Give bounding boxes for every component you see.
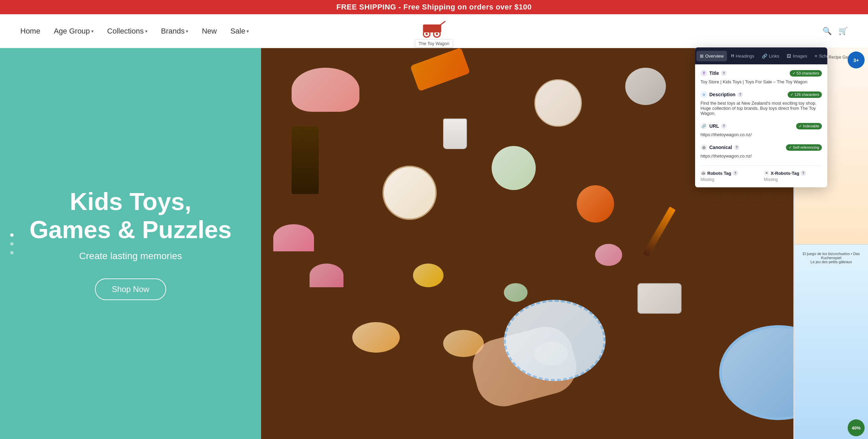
seo-description-row: ≡ Description ? ✓ 126 characters Find th… bbox=[701, 91, 822, 117]
nav-age-group[interactable]: Age Group ▾ bbox=[54, 27, 94, 36]
nav-collections[interactable]: Collections ▾ bbox=[107, 27, 147, 36]
nav-brands[interactable]: Brands ▾ bbox=[161, 27, 189, 36]
headings-icon: H bbox=[731, 54, 734, 58]
right-panel-label: El juego de los bizcochuelos • Das Kuche… bbox=[794, 245, 868, 271]
canonical-icon: ◎ bbox=[701, 144, 707, 151]
robots-icon: 🤖 bbox=[701, 170, 706, 176]
shop-now-button[interactable]: Shop Now bbox=[95, 278, 166, 300]
wagon-svg bbox=[417, 14, 451, 38]
tab-links[interactable]: 🔗 Links bbox=[758, 51, 783, 61]
url-badge: ✓ Indexable bbox=[796, 123, 822, 129]
item-bowl bbox=[534, 79, 582, 127]
desc-icon: ≡ bbox=[701, 91, 707, 98]
seo-url-row: 🔗 URL ? ✓ Indexable https://thetoywagon.… bbox=[701, 123, 822, 138]
robots-value: Missing bbox=[701, 177, 758, 182]
seo-title-header: T Title ? ✓ 53 characters bbox=[701, 70, 822, 77]
canonical-info-btn[interactable]: ? bbox=[734, 145, 739, 150]
title-value: Toy Store | Kids Toys | Toys For Sale – … bbox=[701, 79, 822, 85]
tab-schema-label: Schema bbox=[819, 54, 827, 59]
site-logo[interactable]: The Toy Wagon bbox=[415, 14, 453, 48]
top-banner: FREE SHIPPING - Free Shipping on orders … bbox=[0, 0, 868, 14]
item-orange-round bbox=[577, 185, 614, 223]
canonical-value: https://thetoywagon.co.nz/ bbox=[701, 153, 822, 159]
seo-bottom-row: 🤖 Robots Tag ? Missing ✕ X-Robots-Tag ? … bbox=[701, 170, 822, 182]
carousel-dot-1[interactable] bbox=[10, 233, 14, 237]
seo-desc-header: ≡ Description ? ✓ 126 characters bbox=[701, 91, 822, 98]
item-muffin-tin bbox=[637, 283, 682, 314]
tab-images[interactable]: 🖼 Images bbox=[783, 51, 811, 61]
images-icon: 🖼 bbox=[787, 54, 791, 59]
tab-schema[interactable]: ≡ Schema bbox=[811, 51, 827, 61]
navigation: Home Age Group ▾ Collections ▾ Brands ▾ … bbox=[0, 14, 868, 48]
url-info-btn[interactable]: ? bbox=[721, 123, 727, 129]
nav-left: Home Age Group ▾ Collections ▾ Brands ▾ … bbox=[20, 27, 249, 36]
seo-canonical-header: ◎ Canonical ? ✓ Self-referencing bbox=[701, 144, 822, 151]
overview-icon: ⊞ bbox=[700, 54, 704, 59]
title-icon: T bbox=[701, 70, 707, 77]
age-badge: 3+ bbox=[848, 51, 865, 68]
x-robots-tag-section: ✕ X-Robots-Tag ? Missing bbox=[764, 170, 822, 182]
item-shell bbox=[382, 166, 437, 220]
item-bottle bbox=[292, 126, 319, 194]
item-cupcake-liner bbox=[273, 224, 314, 251]
schema-icon: ≡ bbox=[815, 54, 817, 59]
search-icon[interactable]: 🔍 bbox=[823, 27, 832, 36]
hero-subtitle: Create lasting memories bbox=[79, 251, 182, 262]
tab-images-label: Images bbox=[793, 54, 807, 59]
carousel-dot-3[interactable] bbox=[10, 251, 14, 254]
item-small-2 bbox=[504, 283, 528, 302]
chevron-down-icon: ▾ bbox=[145, 28, 147, 34]
seo-url-header: 🔗 URL ? ✓ Indexable bbox=[701, 123, 822, 129]
item-cup bbox=[443, 119, 467, 149]
chevron-down-icon: ▾ bbox=[186, 28, 188, 34]
seo-panel-header: ⊞ Overview H Headings 🔗 Links 🖼 Images ≡… bbox=[695, 47, 827, 64]
banner-bold: FREE SHIPPING bbox=[336, 3, 396, 11]
seo-desc-label: ≡ Description ? bbox=[701, 91, 743, 98]
item-cupcake-liner-2 bbox=[310, 264, 343, 287]
seo-panel: ⊞ Overview H Headings 🔗 Links 🖼 Images ≡… bbox=[695, 47, 827, 187]
seo-canonical-label: ◎ Canonical ? bbox=[701, 144, 739, 151]
item-spatula bbox=[643, 207, 675, 257]
robots-tag-label: 🤖 Robots Tag ? bbox=[701, 170, 758, 176]
svg-point-5 bbox=[436, 33, 438, 35]
title-info-btn[interactable]: ? bbox=[721, 70, 727, 76]
banner-rest: - Free Shipping on orders over $100 bbox=[396, 3, 531, 11]
svg-point-3 bbox=[426, 33, 428, 35]
tab-headings[interactable]: H Headings bbox=[728, 51, 758, 61]
tab-headings-label: Headings bbox=[736, 54, 754, 59]
nav-sale[interactable]: Sale ▾ bbox=[230, 27, 249, 36]
x-robots-value: Missing bbox=[764, 177, 822, 182]
hero-left: Kids Toys, Games & Puzzles Create lastin… bbox=[0, 48, 261, 439]
nav-home[interactable]: Home bbox=[20, 27, 40, 36]
seo-divider bbox=[701, 165, 822, 166]
right-panel-bottom: El juego de los bizcochuelos • Das Kuche… bbox=[793, 244, 868, 439]
seo-panel-body: T Title ? ✓ 53 characters Toy Store | Ki… bbox=[695, 64, 827, 187]
item-carrot bbox=[410, 48, 470, 91]
carousel-dot-2[interactable] bbox=[10, 242, 14, 246]
chevron-down-icon: ▾ bbox=[91, 28, 94, 34]
x-robots-info-btn[interactable]: ? bbox=[801, 170, 806, 176]
x-robots-icon: ✕ bbox=[764, 170, 769, 176]
url-icon: 🔗 bbox=[701, 123, 707, 129]
item-white-plate bbox=[504, 300, 606, 381]
logo-tooltip: The Toy Wagon bbox=[415, 39, 453, 48]
item-small-1 bbox=[413, 264, 443, 287]
item-round-2 bbox=[492, 146, 536, 190]
desc-badge: ✓ 126 characters bbox=[788, 91, 822, 98]
age-badge-2: 40% bbox=[848, 419, 865, 436]
item-cupcake bbox=[292, 68, 359, 112]
robots-info-btn[interactable]: ? bbox=[733, 170, 738, 176]
tab-overview-label: Overview bbox=[705, 54, 724, 59]
cart-icon[interactable]: 🛒 bbox=[839, 27, 848, 36]
url-value: https://thetoywagon.co.nz/ bbox=[701, 131, 822, 138]
seo-url-label: 🔗 URL ? bbox=[701, 123, 727, 129]
tab-overview[interactable]: ⊞ Overview bbox=[696, 51, 727, 61]
desc-info-btn[interactable]: ? bbox=[737, 92, 743, 97]
desc-value: Find the best toys at New Zealand's most… bbox=[701, 100, 822, 117]
tab-links-label: Links bbox=[769, 54, 779, 59]
item-round-1 bbox=[625, 68, 666, 105]
title-badge: ✓ 53 characters bbox=[790, 70, 822, 77]
nav-new[interactable]: New bbox=[202, 27, 217, 36]
seo-canonical-row: ◎ Canonical ? ✓ Self-referencing https:/… bbox=[701, 144, 822, 159]
carousel-dots bbox=[10, 233, 14, 254]
